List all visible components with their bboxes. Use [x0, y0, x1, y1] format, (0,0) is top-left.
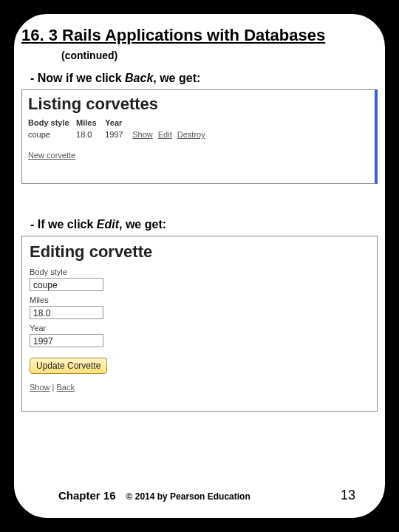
link-show[interactable]: Show — [132, 130, 153, 139]
col-miles: Miles — [76, 118, 101, 127]
listing-table-header: Body style Miles Year — [28, 118, 369, 127]
slide-frame: 16. 3 Rails Applications with Databases … — [12, 12, 387, 520]
col-body-style: Body style — [28, 118, 72, 127]
note-click-edit: - If we click Edit, we get: — [30, 218, 378, 231]
spacer — [21, 184, 378, 214]
label-body-style: Body style — [30, 267, 369, 276]
table-row: coupe 18.0 1997 Show Edit Destroy — [28, 130, 369, 139]
screenshot-edit-form: Editing corvette Body style coupe Miles … — [21, 236, 378, 412]
update-button[interactable]: Update Corvette — [30, 358, 107, 374]
input-body-style[interactable]: coupe — [30, 278, 103, 291]
slide-subtitle: (continued) — [61, 50, 378, 61]
note1-suffix: , we get: — [153, 72, 200, 84]
slide-title: 16. 3 Rails Applications with Databases — [21, 26, 378, 45]
note1-emph: Back — [125, 72, 153, 84]
col-year: Year — [105, 118, 127, 127]
slide-footer: Chapter 16 © 2014 by Pearson Education 1… — [58, 488, 355, 503]
footer-copyright: © 2014 by Pearson Education — [126, 491, 250, 502]
footer-chapter: Chapter 16 — [58, 489, 116, 502]
cell-miles: 18.0 — [76, 130, 101, 139]
note2-suffix: , we get: — [119, 218, 166, 231]
slide-content: 16. 3 Rails Applications with Databases … — [21, 23, 378, 509]
label-miles: Miles — [30, 296, 369, 304]
note1-prefix: - Now if we click — [30, 72, 125, 84]
note2-prefix: - If we click — [30, 218, 97, 231]
link-destroy[interactable]: Destroy — [177, 130, 205, 139]
note-click-back: - Now if we click Back, we get: — [30, 72, 378, 85]
input-year[interactable]: 1997 — [30, 334, 103, 347]
screenshot-listing: Listing corvettes Body style Miles Year … — [21, 89, 378, 184]
listing-heading: Listing corvettes — [28, 95, 369, 114]
link-edit[interactable]: Edit — [158, 130, 172, 139]
edit-heading: Editing corvette — [30, 242, 369, 262]
link-show-bottom[interactable]: Show — [30, 383, 50, 392]
label-year: Year — [30, 324, 369, 332]
cell-year: 1997 — [105, 130, 127, 139]
link-new-corvette[interactable]: New corvette — [28, 151, 369, 160]
link-separator: | — [50, 383, 57, 392]
footer-page-number: 13 — [341, 488, 355, 503]
link-back-bottom[interactable]: Back — [57, 383, 75, 392]
edit-bottom-links: Show | Back — [30, 383, 369, 392]
input-miles[interactable]: 18.0 — [30, 306, 103, 319]
note2-emph: Edit — [97, 218, 119, 231]
cell-body-style: coupe — [28, 130, 72, 139]
